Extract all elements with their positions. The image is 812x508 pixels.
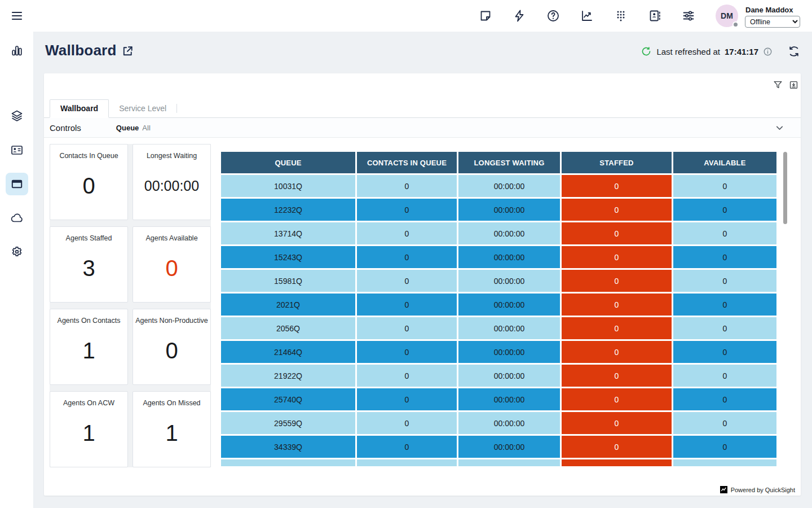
- value-cell: 0: [357, 412, 457, 434]
- dialpad-icon[interactable]: [614, 9, 628, 23]
- kpi-value: 3: [82, 242, 95, 302]
- metrics-chart-icon[interactable]: [580, 9, 594, 23]
- refresh-button[interactable]: [788, 45, 800, 58]
- tab-service-level[interactable]: Service Level: [109, 99, 176, 117]
- value-cell: 0: [562, 270, 672, 292]
- value-cell: 0: [673, 294, 776, 316]
- sidebar-item-contacts[interactable]: [10, 143, 24, 157]
- queue-filter-name: Queue: [116, 124, 139, 132]
- value-cell: 00:00:00: [458, 317, 560, 339]
- value-cell: [357, 459, 457, 466]
- sidebar-item-cloud[interactable]: [10, 211, 24, 225]
- presence-status-dot: [732, 21, 739, 28]
- chevron-down-icon[interactable]: [774, 122, 785, 133]
- kpi-label: Agents Available: [145, 234, 197, 242]
- directory-icon[interactable]: [648, 9, 661, 23]
- value-cell: 0: [357, 270, 457, 292]
- queue-table: QUEUECONTACTS IN QUEUELONGEST WAITINGSTA…: [219, 150, 778, 466]
- sidebar-item-layers[interactable]: [10, 109, 24, 122]
- value-cell: 00:00:00: [458, 294, 560, 316]
- column-header: AVAILABLE: [673, 152, 776, 173]
- column-header: QUEUE: [221, 152, 355, 173]
- quicksight-footer: Powered by QuickSight: [720, 486, 795, 493]
- column-header: LONGEST WAITING: [458, 152, 560, 173]
- value-cell: 0: [562, 317, 672, 339]
- table-row: 21464Q000:00:0000: [221, 341, 776, 363]
- value-cell: 0: [562, 294, 672, 316]
- export-icon[interactable]: [788, 80, 799, 90]
- note-icon[interactable]: [479, 9, 492, 23]
- sidebar-nav: [0, 32, 34, 508]
- value-cell: 0: [357, 436, 457, 458]
- queue-name-cell: 29559Q: [221, 412, 355, 434]
- app-window-icon: [10, 177, 24, 191]
- top-bar: DM Dane Maddox Offline: [0, 0, 812, 32]
- queue-name-cell: 21464Q: [221, 341, 355, 363]
- value-cell: 0: [357, 222, 457, 244]
- queue-name-cell: 12232Q: [221, 199, 355, 221]
- kpi-card: Agents Non-Productive0: [133, 309, 211, 385]
- user-name: Dane Maddox: [745, 6, 793, 14]
- kpi-label: Agents On Contacts: [58, 317, 121, 325]
- tab-wallboard[interactable]: Wallboard: [50, 99, 109, 118]
- wallboard-panel: Wallboard Service Level Controls Queue A…: [44, 73, 801, 496]
- kpi-card: Contacts In Queue0: [50, 144, 128, 220]
- queue-filter-value[interactable]: All: [142, 124, 150, 132]
- table-row: 10031Q000:00:0000: [221, 175, 776, 197]
- kpi-card: Agents Staffed3: [50, 226, 128, 303]
- kpi-value: 00:00:00: [144, 160, 199, 220]
- sidebar-item-settings[interactable]: [10, 245, 24, 259]
- column-header: STAFFED: [562, 152, 672, 173]
- value-cell: [673, 459, 776, 466]
- table-row: 29559Q000:00:0000: [221, 412, 776, 434]
- value-cell: 0: [673, 412, 776, 434]
- value-cell: 0: [562, 246, 672, 268]
- value-cell: [562, 459, 672, 466]
- table-row: 13714Q000:00:0000: [221, 222, 776, 244]
- table-row: 34339Q000:00:0000: [221, 436, 776, 458]
- quicksight-logo-icon: [720, 486, 727, 493]
- value-cell: 0: [673, 199, 776, 221]
- kpi-label: Agents Staffed: [66, 234, 112, 242]
- table-row: 2056Q000:00:0000: [221, 317, 776, 339]
- open-external-icon[interactable]: [121, 45, 134, 58]
- value-cell: 0: [562, 365, 672, 387]
- last-refreshed-group: Last refreshed at 17:41:17: [641, 46, 773, 57]
- kpi-label: Agents On Missed: [143, 399, 200, 407]
- value-cell: 0: [673, 270, 776, 292]
- table-scrollbar[interactable]: [783, 152, 787, 224]
- value-cell: 0: [562, 199, 672, 221]
- value-cell: 0: [357, 388, 457, 410]
- value-cell: 0: [357, 317, 457, 339]
- value-cell: 0: [673, 436, 776, 458]
- kpi-card: Agents Available0: [133, 226, 211, 303]
- sidebar-item-metrics[interactable]: [10, 44, 24, 58]
- agent-status-select[interactable]: Offline: [745, 16, 800, 28]
- value-cell: 0: [357, 175, 457, 197]
- tab-divider: [176, 104, 177, 113]
- value-cell: 00:00:00: [458, 388, 560, 410]
- kpi-label: Agents On ACW: [63, 399, 114, 407]
- value-cell: 0: [673, 222, 776, 244]
- value-cell: 0: [673, 388, 776, 410]
- auto-refresh-icon: [641, 46, 652, 57]
- filter-icon[interactable]: [773, 80, 783, 90]
- queue-name-cell: 15981Q: [221, 270, 355, 292]
- menu-icon[interactable]: [10, 9, 24, 23]
- lightning-icon[interactable]: [513, 9, 526, 23]
- queue-name-cell: 2021Q: [221, 294, 355, 316]
- value-cell: 0: [357, 199, 457, 221]
- value-cell: 0: [357, 294, 457, 316]
- value-cell: 00:00:00: [458, 341, 560, 363]
- avatar-initials: DM: [721, 11, 733, 20]
- sidebar-item-wallboard-active[interactable]: [6, 173, 28, 195]
- help-icon[interactable]: [546, 9, 560, 23]
- queue-name-cell: 34339Q: [221, 436, 355, 458]
- settings-sliders-icon[interactable]: [682, 9, 695, 23]
- value-cell: 0: [562, 222, 672, 244]
- value-cell: 0: [673, 365, 776, 387]
- table-row: 15243Q000:00:0000: [221, 246, 776, 268]
- kpi-grid: Contacts In Queue0Longest Waiting00:00:0…: [50, 144, 211, 467]
- kpi-value: 0: [82, 160, 95, 220]
- info-icon[interactable]: [763, 47, 773, 56]
